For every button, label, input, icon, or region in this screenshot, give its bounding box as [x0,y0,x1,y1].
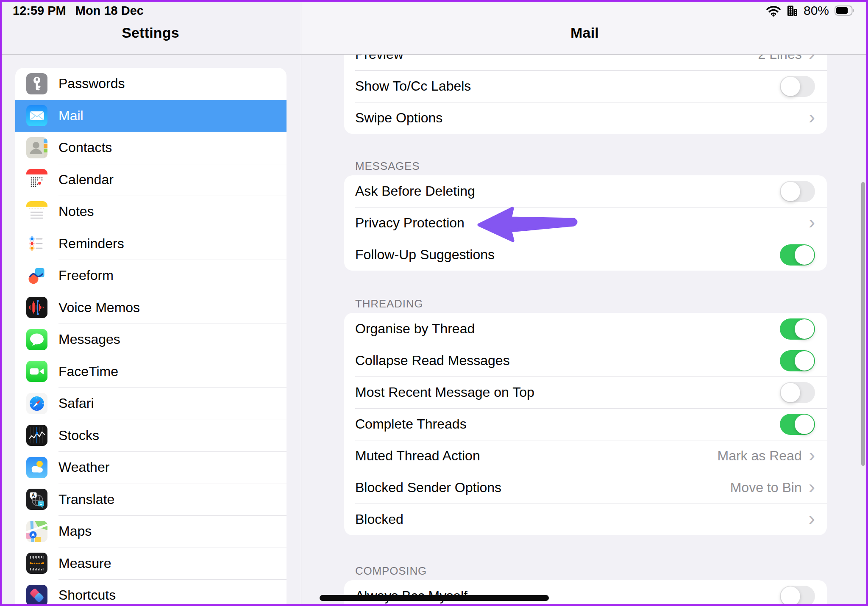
row-swipe-options[interactable]: Swipe Options› [344,102,827,134]
row-separator [58,356,287,356]
sidebar-item-shortcuts[interactable]: Shortcuts [15,579,287,606]
most-recent-message-on-top-toggle[interactable] [780,382,815,403]
sidebar-item-label: Weather [58,459,109,475]
row-value: Mark as Read [717,448,801,464]
status-time: 12:59 PM [13,4,66,18]
section-header-messages: MESSAGES [344,154,827,175]
svg-text:A: A [32,493,35,498]
complete-threads-toggle[interactable] [780,414,815,435]
home-indicator[interactable] [320,595,549,601]
row-label: Ask Before Deleting [355,183,780,199]
sidebar-item-label: FaceTime [58,364,118,379]
sidebar-item-stocks[interactable]: Stocks [15,420,287,452]
row-separator [355,408,827,409]
scrollbar[interactable] [861,182,865,466]
mail-icon [26,105,47,126]
sidebar-item-reminders[interactable]: Reminders [15,228,287,260]
row-separator [58,292,287,292]
row-separator [58,387,287,388]
status-bar-right: 80% [766,3,854,18]
facetime-icon [26,361,47,382]
translate-icon: A [26,489,47,510]
always-bcc-myself-toggle[interactable] [780,586,815,606]
sidebar-item-label: Notes [58,204,94,219]
sidebar-item-safari[interactable]: Safari [15,387,287,420]
row-separator [355,207,827,208]
sidebar-item-notes[interactable]: Notes [15,196,287,228]
row-label: Complete Threads [355,416,780,432]
row-separator [58,451,287,452]
row-separator [355,376,827,377]
sidebar-item-facetime[interactable]: FaceTime [15,356,287,388]
passwords-icon [26,73,47,94]
settings-card: Always Bcc Myself [344,580,827,606]
organise-by-thread-toggle[interactable] [780,318,815,340]
sidebar-item-voice-memos[interactable]: Voice Memos [15,292,287,324]
settings-sidebar-pane: 12:59 PM Mon 18 Dec Settings PasswordsMa… [0,0,301,606]
notes-icon [26,201,47,222]
row-separator [355,440,827,440]
settings-card: Ask Before DeletingPrivacy Protection›Fo… [344,175,827,271]
toggle-knob [781,182,800,201]
follow-up-suggestions-toggle[interactable] [780,244,815,266]
ask-before-deleting-toggle[interactable] [780,181,815,202]
sidebar-item-passwords[interactable]: Passwords [15,68,287,100]
pane-divider [301,0,301,606]
sidebar-title: Settings [0,25,301,41]
row-most-recent-message-on-top[interactable]: Most Recent Message on Top [344,376,827,408]
row-separator [58,260,287,260]
row-follow-up-suggestions[interactable]: Follow-Up Suggestions [344,239,827,271]
sidebar-item-weather[interactable]: Weather [15,451,287,484]
toggle-knob [781,383,800,402]
safari-icon [26,393,47,414]
sidebar-item-label: Freeform [58,268,114,283]
sidebar-item-freeform[interactable]: Freeform [15,260,287,292]
row-ask-before-deleting[interactable]: Ask Before Deleting [344,175,827,207]
contacts-icon [26,137,47,158]
section-header-threading: THREADING [344,292,827,313]
chevron-right-icon: › [809,108,815,125]
row-separator [355,70,827,71]
wifi-icon [766,5,781,17]
sidebar-item-contacts[interactable]: Contacts [15,132,287,164]
row-separator [58,420,287,420]
row-label: Organise by Thread [355,321,780,337]
chevron-right-icon: › [809,510,815,527]
row-always-bcc-myself[interactable]: Always Bcc Myself [344,580,827,606]
sidebar-item-label: Maps [58,523,92,539]
collapse-read-messages-toggle[interactable] [780,350,815,371]
row-complete-threads[interactable]: Complete Threads [344,408,827,440]
row-separator [58,548,287,548]
chevron-right-icon: › [809,446,815,463]
row-collapse-read-messages[interactable]: Collapse Read Messages [344,345,827,376]
toggle-knob [795,245,814,265]
toggle-knob [781,77,800,96]
sidebar-item-measure[interactable]: Measure [15,548,287,580]
battery-icon [835,6,854,16]
purple-arrow-annotation [476,205,581,244]
toggle-knob [795,351,814,371]
toggle-knob [795,319,814,339]
row-blocked-sender-options[interactable]: Blocked Sender OptionsMove to Bin› [344,472,827,504]
weather-icon [26,457,47,478]
chevron-right-icon: › [809,213,815,230]
row-value: Move to Bin [730,480,802,495]
row-organise-by-thread[interactable]: Organise by Thread [344,313,827,345]
sidebar-item-mail[interactable]: Mail [15,100,287,132]
row-label: Collapse Read Messages [355,353,780,368]
row-label: Blocked Sender Options [355,480,730,495]
sidebar-item-translate[interactable]: ATranslate [15,484,287,516]
sidebar-item-label: Calendar [58,172,114,188]
sidebar-item-calendar[interactable]: Calendar [15,164,287,196]
row-muted-thread-action[interactable]: Muted Thread ActionMark as Read› [344,440,827,472]
voice-memos-icon [26,297,47,318]
sidebar-item-maps[interactable]: Maps [15,515,287,548]
sidebar-item-messages[interactable]: Messages [15,324,287,356]
row-privacy-protection[interactable]: Privacy Protection› [344,207,827,239]
show-to-cc-labels-toggle[interactable] [780,76,815,97]
measure-icon [26,553,47,574]
mail-settings-pane: Preview2 Lines›Show To/Cc LabelsSwipe Op… [301,0,868,606]
row-blocked[interactable]: Blocked› [344,504,827,535]
row-show-to-cc-labels[interactable]: Show To/Cc Labels [344,70,827,102]
sidebar-item-label: Stocks [58,428,99,443]
